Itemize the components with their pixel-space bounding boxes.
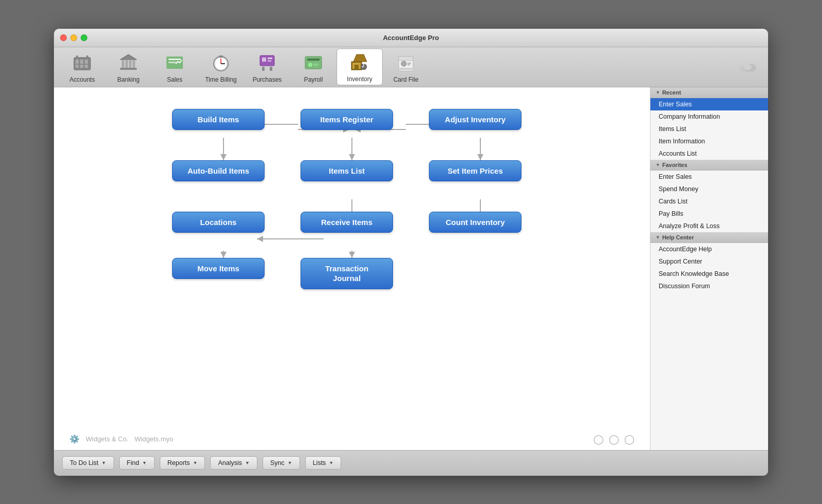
lists-button[interactable]: Lists ▼ xyxy=(305,456,342,470)
sidebar-item-enter-sales-fav[interactable]: Enter Sales xyxy=(650,171,768,183)
svg-rect-7 xyxy=(76,55,78,59)
svg-point-31 xyxy=(308,63,312,67)
svg-rect-26 xyxy=(268,60,271,62)
items-register-button[interactable]: Items Register xyxy=(301,109,393,130)
reports-button[interactable]: Reports ▼ xyxy=(160,456,206,470)
svg-rect-30 xyxy=(307,59,320,61)
banking-icon xyxy=(117,51,140,74)
sync-button[interactable]: Sync ▼ xyxy=(263,456,300,470)
sales-icon xyxy=(163,51,186,74)
toolbar-accounts[interactable]: Accounts xyxy=(59,48,105,85)
toolbar-inventory[interactable]: Inventory xyxy=(337,48,383,85)
svg-rect-16 xyxy=(169,59,181,60)
svg-rect-27 xyxy=(262,67,265,71)
cardfile-icon xyxy=(395,51,417,74)
items-list-button[interactable]: Items List xyxy=(301,160,393,182)
transaction-journal-button[interactable]: Transaction Journal xyxy=(301,258,393,289)
company-info: ⚙️ Widgets & Co. Widgets.myo xyxy=(69,434,173,444)
locations-button[interactable]: Locations xyxy=(172,212,265,233)
rss-icon[interactable]: ◯ xyxy=(624,434,634,445)
toolbar-purchases-label: Purchases xyxy=(253,76,282,83)
svg-point-44 xyxy=(401,61,406,66)
toolbar-timebilling-label: Time Billing xyxy=(205,76,237,83)
svg-rect-17 xyxy=(169,62,176,63)
svg-rect-22 xyxy=(219,55,223,58)
toolbar-purchases[interactable]: Purchases xyxy=(244,48,290,85)
sidebar-item-pay-bills[interactable]: Pay Bills xyxy=(650,208,768,220)
company-name: Widgets & Co. xyxy=(86,435,128,443)
favorites-header: Favorites xyxy=(650,160,768,171)
titlebar: AccountEdge Pro xyxy=(54,29,768,47)
sidebar-item-support-center[interactable]: Support Center xyxy=(650,255,768,268)
toolbar-payroll[interactable]: Payroll xyxy=(290,48,337,85)
sidebar-item-search-knowledge[interactable]: Search Knowledge Base xyxy=(650,268,768,280)
flow-diagram: Build Items (double arrow row 0) --> Adj… xyxy=(167,103,537,277)
sidebar-item-analyze-profit[interactable]: Analyze Profit & Loss xyxy=(650,220,768,232)
sidebar-item-enter-sales-recent[interactable]: Enter Sales xyxy=(650,98,768,110)
traffic-lights xyxy=(60,34,87,41)
reports-dropdown-arrow: ▼ xyxy=(193,460,198,465)
sidebar-item-accounts-list[interactable]: Accounts List xyxy=(650,147,768,160)
todo-list-button[interactable]: To Do List ▼ xyxy=(62,456,114,470)
svg-point-51 xyxy=(743,64,752,70)
svg-rect-43 xyxy=(399,57,413,61)
close-button[interactable] xyxy=(60,34,67,41)
svg-rect-46 xyxy=(407,64,410,65)
inventory-icon xyxy=(348,52,371,73)
window-title: AccountEdge Pro xyxy=(383,34,439,42)
svg-rect-28 xyxy=(270,67,272,71)
svg-rect-32 xyxy=(313,64,319,65)
sidebar-item-item-information[interactable]: Item Information xyxy=(650,135,768,147)
svg-rect-2 xyxy=(80,60,83,64)
svg-rect-33 xyxy=(313,65,317,66)
build-items-button[interactable]: Build Items xyxy=(172,109,265,130)
main-area: Build Items (double arrow row 0) --> Adj… xyxy=(54,87,768,450)
find-button[interactable]: Find ▼ xyxy=(119,456,155,470)
analysis-button[interactable]: Analysis ▼ xyxy=(210,456,257,470)
twitter-icon[interactable]: ◯ xyxy=(609,434,619,445)
toolbar-timebilling[interactable]: Time Billing xyxy=(198,48,244,85)
lists-dropdown-arrow: ▼ xyxy=(329,460,333,465)
cloud-sync-icon[interactable] xyxy=(732,55,763,78)
svg-rect-10 xyxy=(122,60,124,68)
purchases-icon xyxy=(256,51,278,74)
minimize-button[interactable] xyxy=(70,34,77,41)
svg-rect-47 xyxy=(399,68,413,70)
sidebar-item-discussion-forum[interactable]: Discussion Forum xyxy=(650,280,768,292)
svg-rect-3 xyxy=(85,60,88,64)
sidebar-item-company-info[interactable]: Company Information xyxy=(650,110,768,123)
company-file: Widgets.myo xyxy=(135,435,173,443)
toolbar-cardfile[interactable]: Card File xyxy=(383,48,429,85)
company-icon: ⚙️ xyxy=(69,434,80,444)
svg-rect-14 xyxy=(120,68,137,70)
toolbar: Accounts Banking xyxy=(54,47,768,87)
svg-rect-13 xyxy=(133,60,135,68)
adjust-inventory-button[interactable]: Adjust Inventory xyxy=(429,109,521,130)
receive-items-button[interactable]: Receive Items xyxy=(301,212,393,233)
toolbar-cardfile-label: Card File xyxy=(394,76,419,83)
count-inventory-button[interactable]: Count Inventory xyxy=(429,212,521,233)
svg-rect-24 xyxy=(262,58,266,62)
accounts-icon xyxy=(71,51,94,74)
sidebar-item-accountedge-help[interactable]: AccountEdge Help xyxy=(650,243,768,255)
svg-rect-29 xyxy=(305,57,322,69)
toolbar-sales[interactable]: Sales xyxy=(152,48,198,85)
social-icons: ◯ ◯ ◯ xyxy=(593,434,634,445)
sidebar-item-items-list-recent[interactable]: Items List xyxy=(650,123,768,135)
svg-marker-9 xyxy=(120,54,137,60)
svg-rect-6 xyxy=(85,65,88,68)
set-item-prices-button[interactable]: Set Item Prices xyxy=(429,160,521,182)
svg-rect-11 xyxy=(125,60,128,68)
sync-dropdown-arrow: ▼ xyxy=(288,460,292,465)
move-items-button[interactable]: Move Items xyxy=(172,258,265,279)
facebook-icon[interactable]: ◯ xyxy=(593,434,604,445)
auto-build-items-button[interactable]: Auto-Build Items xyxy=(172,160,265,182)
sidebar: Recent Enter Sales Company Information I… xyxy=(650,87,768,450)
toolbar-banking[interactable]: Banking xyxy=(105,48,152,85)
main-window: AccountEdge Pro Accounts xyxy=(54,29,768,476)
sidebar-item-cards-list[interactable]: Cards List xyxy=(650,195,768,208)
sidebar-item-spend-money[interactable]: Spend Money xyxy=(650,183,768,195)
fullscreen-button[interactable] xyxy=(81,34,87,41)
company-bar: ⚙️ Widgets & Co. Widgets.myo ◯ ◯ ◯ xyxy=(69,434,634,445)
find-dropdown-arrow: ▼ xyxy=(142,460,147,465)
